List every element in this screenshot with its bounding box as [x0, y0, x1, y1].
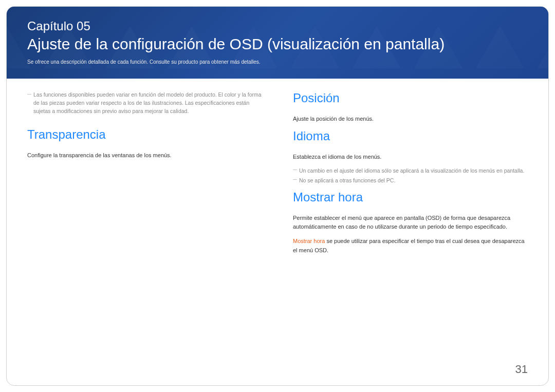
right-column: Posición Ajuste la posición de los menús… [293, 91, 528, 260]
heading-idioma: Idioma [293, 129, 528, 143]
chapter-subtitle: Se ofrece una descripción detallada de c… [27, 59, 528, 65]
heading-mostrar-hora: Mostrar hora [293, 190, 528, 204]
left-column: Las funciones disponibles pueden variar … [27, 91, 262, 260]
heading-posicion: Posición [293, 91, 528, 105]
note-idioma-2: No se aplicará a otras funciones del PC. [293, 176, 528, 185]
highlight-mostrar-hora: Mostrar hora [293, 238, 325, 244]
content-area: Las funciones disponibles pueden variar … [7, 79, 548, 281]
text-idioma: Establezca el idioma de los menús. [293, 153, 528, 162]
text-posicion: Ajuste la posición de los menús. [293, 115, 528, 124]
general-note: Las funciones disponibles pueden variar … [27, 91, 262, 115]
page-container: Capítulo 05 Ajuste de la configuración d… [6, 6, 549, 386]
chapter-label: Capítulo 05 [27, 19, 528, 33]
text-transparencia: Configure la transparencia de las ventan… [27, 151, 262, 160]
note-idioma-1: Un cambio en el ajuste del idioma sólo s… [293, 166, 528, 175]
text-mostrar-hora-2-rest: se puede utilizar para especificar el ti… [293, 238, 525, 253]
page-number: 31 [515, 363, 528, 376]
heading-transparencia: Transparencia [27, 127, 262, 142]
chapter-title: Ajuste de la configuración de OSD (visua… [27, 35, 528, 53]
chapter-header-banner: Capítulo 05 Ajuste de la configuración d… [7, 7, 548, 79]
text-mostrar-hora-1: Permite establecer el menú que aparece e… [293, 214, 528, 232]
text-mostrar-hora-2: Mostrar hora se puede utilizar para espe… [293, 237, 528, 255]
